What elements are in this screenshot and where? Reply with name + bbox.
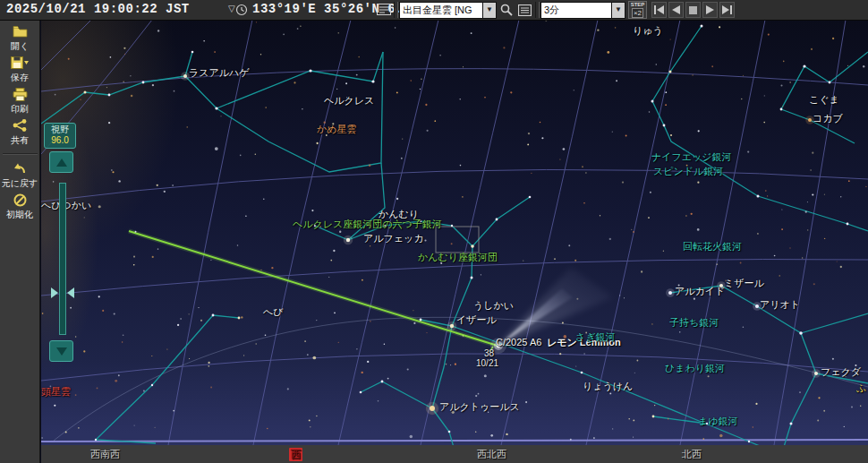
star[interactable] — [651, 100, 654, 103]
stop-button[interactable] — [685, 2, 701, 18]
sky-label-sunflower-galaxy[interactable]: ひまわり銀河 — [665, 362, 725, 375]
play-backward-button[interactable] — [668, 2, 684, 18]
sky-label-izar[interactable]: イザール — [456, 313, 497, 327]
zoom-out-button[interactable] — [49, 340, 73, 362]
undo-icon — [0, 162, 40, 178]
star[interactable] — [191, 51, 194, 54]
panel-icon[interactable] — [377, 4, 391, 15]
star[interactable] — [371, 80, 374, 82]
sky-label-head-nebula[interactable]: 頭星雲 — [41, 385, 71, 399]
field-star — [420, 89, 421, 90]
field-star — [747, 150, 749, 152]
star-chart[interactable] — [0, 0, 868, 463]
sky-label-rasalhague[interactable]: ラスアルハゲ — [189, 66, 250, 80]
play-forward-button[interactable] — [702, 2, 718, 18]
sidebar-item-share[interactable]: 共有 — [0, 119, 40, 146]
star[interactable] — [381, 381, 384, 383]
search-button[interactable] — [498, 2, 515, 18]
star[interactable] — [757, 195, 760, 198]
sky-label-phecda[interactable]: フェクダ — [821, 365, 861, 379]
star[interactable] — [829, 81, 831, 84]
star[interactable] — [95, 439, 97, 441]
field-star — [780, 84, 782, 86]
sky-label-knife-edge-galaxy[interactable]: ナイフエッジ銀河 — [651, 150, 732, 164]
time-step-dropdown-button[interactable]: ▼ — [611, 2, 625, 19]
fov-slider-track[interactable] — [59, 183, 66, 335]
step-multiplier-button[interactable]: STEP ×2 — [628, 1, 647, 19]
sidebar-item-reset[interactable]: 初期化 — [0, 193, 40, 220]
sky-label-ophiuchus[interactable]: へびつかい — [41, 199, 91, 212]
star[interactable] — [151, 384, 153, 386]
sky-label-alkaid[interactable]: アルカイド — [675, 285, 725, 298]
sidebar-item-undo[interactable]: 元に戻す — [0, 162, 40, 189]
sky-label-comet-designation[interactable]: C/2025 A6 — [496, 337, 541, 347]
sky-label-corona-galaxy-cluster[interactable]: かんむり座銀河団 — [418, 251, 498, 264]
sky-label-alphecca[interactable]: アルフェッカ — [363, 232, 424, 245]
object-list-button[interactable] — [516, 2, 532, 18]
star[interactable] — [581, 372, 583, 374]
star[interactable] — [471, 277, 473, 279]
star[interactable] — [238, 317, 241, 320]
star[interactable] — [701, 25, 703, 28]
sky-label-spindle-galaxy[interactable]: スピンドル銀河 — [653, 165, 723, 178]
star[interactable] — [663, 124, 666, 127]
sky-label-corona-borealis[interactable]: かんむり — [379, 208, 419, 221]
sky-label-serpens[interactable]: へび — [263, 305, 284, 319]
star[interactable] — [215, 107, 217, 109]
field-star — [574, 260, 576, 262]
sky-label-comet-path-mag[interactable]: 38 — [484, 348, 494, 358]
sky-label-canes-venatici[interactable]: りょうけん — [583, 380, 633, 393]
star[interactable] — [780, 108, 783, 111]
star[interactable] — [212, 314, 215, 317]
star[interactable] — [847, 223, 849, 226]
sky-label-ursa-minor[interactable]: こぐま — [809, 93, 839, 107]
sky-label-comet-path-date[interactable]: 10/21 — [476, 358, 498, 368]
timezone-dropdown-icon[interactable]: ▽ — [228, 4, 235, 13]
sidebar-item-print[interactable]: 印刷 — [0, 88, 40, 115]
star[interactable] — [790, 423, 793, 425]
sky-label-alioth[interactable]: アリオト — [760, 298, 800, 312]
sky-label-arcturus[interactable]: アルクトゥールス — [439, 400, 520, 414]
star[interactable] — [360, 391, 362, 394]
sky-label-mizar[interactable]: ミザール — [724, 277, 764, 290]
sky-label-turtle-nebula[interactable]: かめ星雲 — [317, 123, 357, 136]
clock-icon[interactable] — [235, 4, 248, 16]
star[interactable] — [803, 64, 805, 67]
sidebar-item-open[interactable]: 開く — [0, 25, 40, 52]
object-search-combo[interactable]: 出目金星雲 [NG — [399, 2, 485, 19]
star[interactable] — [420, 319, 422, 322]
sky-label-cocoon-galaxy[interactable]: まゆ銀河 — [698, 415, 738, 428]
field-star — [575, 365, 576, 366]
sky-label-kochab[interactable]: コカブ — [813, 112, 843, 125]
star[interactable] — [669, 71, 672, 73]
star[interactable] — [748, 441, 750, 442]
star[interactable] — [142, 81, 145, 84]
sky-label-clipped-label[interactable]: ふ — [856, 382, 866, 395]
time-step-combo[interactable]: 3分 — [540, 2, 614, 19]
skip-to-end-button[interactable] — [719, 2, 735, 18]
star[interactable] — [309, 69, 311, 72]
star[interactable] — [84, 91, 87, 94]
star[interactable] — [652, 416, 655, 418]
sky-label-draco[interactable]: りゅう — [633, 24, 663, 38]
object-combo-dropdown-button[interactable]: ▼ — [482, 2, 497, 19]
star[interactable] — [448, 431, 451, 433]
sky-label-hercules-galaxy-cluster[interactable]: ヘルクレス座銀河団の六つ子銀河 — [293, 218, 442, 231]
zoom-in-button[interactable] — [49, 151, 73, 173]
star[interactable] — [451, 225, 453, 227]
field-star — [649, 111, 651, 113]
sky-label-whirlpool-galaxy[interactable]: 子持ち銀河 — [669, 316, 719, 330]
star[interactable] — [799, 331, 803, 335]
sidebar-item-save[interactable]: 保存 — [0, 56, 40, 83]
fov-slider-handle[interactable] — [51, 287, 74, 298]
sky-label-bootes[interactable]: うしかい — [473, 299, 514, 313]
datetime-display[interactable]: 2025/10/21 19:00:22 JST — [6, 2, 190, 16]
star[interactable] — [108, 94, 111, 97]
sky-label-sagi-galaxy[interactable]: さぎ銀河 — [575, 330, 616, 344]
star[interactable] — [529, 196, 532, 199]
sky-label-hercules[interactable]: ヘルクレス — [324, 94, 374, 107]
sky-label-pinwheel-galaxy[interactable]: 回転花火銀河 — [683, 240, 742, 253]
star[interactable] — [496, 219, 498, 221]
star[interactable] — [471, 244, 474, 248]
skip-to-start-button[interactable] — [651, 2, 667, 18]
